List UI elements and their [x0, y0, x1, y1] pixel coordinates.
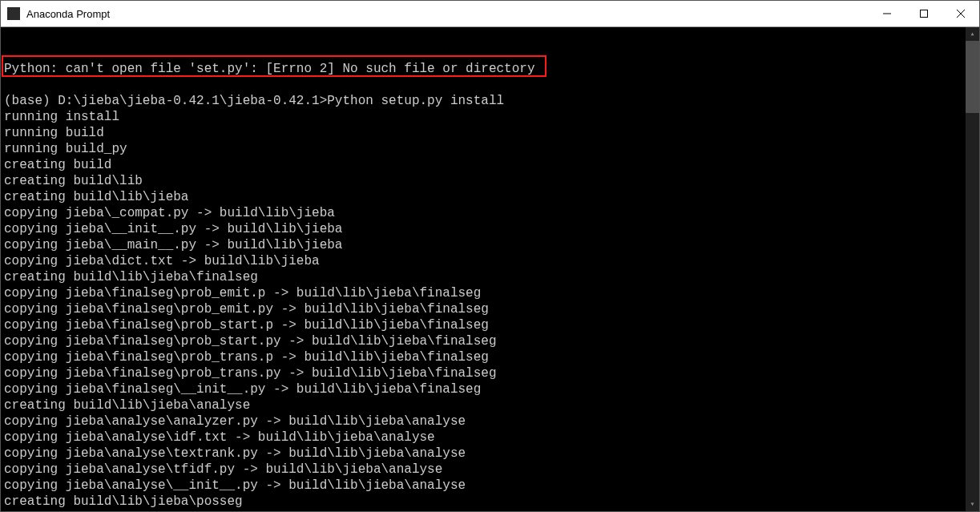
scroll-thumb[interactable]	[966, 41, 979, 113]
terminal-line: creating build\lib\jieba\finalseg	[4, 269, 976, 285]
terminal-line: (base) D:\jieba\jieba-0.42.1\jieba-0.42.…	[4, 93, 976, 109]
scroll-down-arrow[interactable]: ▾	[966, 498, 979, 511]
minimize-button[interactable]	[869, 1, 905, 26]
terminal-line: copying jieba\finalseg\prob_start.py -> …	[4, 333, 976, 349]
terminal-line: copying jieba\analyse\tfidf.py -> build\…	[4, 462, 976, 478]
app-icon	[7, 7, 20, 20]
maximize-button[interactable]	[905, 1, 942, 26]
scroll-up-arrow[interactable]: ▴	[966, 27, 979, 41]
terminal-line: copying jieba\__init__.py -> build\lib\j…	[4, 221, 976, 237]
terminal-line: copying jieba\_compat.py -> build\lib\ji…	[4, 205, 976, 221]
titlebar-left: Anaconda Prompt	[1, 7, 110, 20]
terminal-line: copying jieba\__main__.py -> build\lib\j…	[4, 237, 976, 253]
terminal-line: running build_py	[4, 141, 976, 157]
terminal-line: creating build	[4, 157, 976, 173]
terminal-line: Python: can't open file 'set.py': [Errno…	[4, 61, 976, 77]
terminal-line: copying jieba\dict.txt -> build\lib\jieb…	[4, 253, 976, 269]
window-controls	[869, 1, 979, 26]
terminal-line: copying jieba\finalseg\prob_trans.p -> b…	[4, 349, 976, 365]
terminal-line: copying jieba\posseg\char_state_tab.p ->…	[4, 510, 976, 511]
terminal-line: copying jieba\finalseg\prob_trans.py -> …	[4, 365, 976, 381]
terminal-line: running install	[4, 109, 976, 125]
terminal-line: running build	[4, 125, 976, 141]
close-button[interactable]	[942, 1, 979, 26]
terminal-line: copying jieba\finalseg\prob_emit.py -> b…	[4, 301, 976, 317]
terminal-line: creating build\lib\jieba\posseg	[4, 494, 976, 510]
window-title: Anaconda Prompt	[26, 8, 110, 20]
terminal-line: creating build\lib\jieba\analyse	[4, 397, 976, 413]
vertical-scrollbar[interactable]: ▴ ▾	[966, 27, 979, 511]
terminal-line: creating build\lib	[4, 173, 976, 189]
terminal-line: creating build\lib\jieba	[4, 189, 976, 205]
svg-rect-1	[921, 10, 928, 18]
terminal-line: copying jieba\finalseg\prob_emit.p -> bu…	[4, 285, 976, 301]
terminal-line: copying jieba\analyse\textrank.py -> bui…	[4, 445, 976, 462]
maximize-icon	[920, 10, 928, 18]
terminal-line: copying jieba\analyse\idf.txt -> build\l…	[4, 429, 976, 445]
minimize-icon	[883, 10, 891, 18]
terminal-area[interactable]: Python: can't open file 'set.py': [Errno…	[1, 27, 979, 511]
terminal-line: copying jieba\analyse\analyzer.py -> bui…	[4, 413, 976, 429]
terminal-line: copying jieba\finalseg\prob_start.p -> b…	[4, 317, 976, 333]
terminal-line: copying jieba\analyse\__init__.py -> bui…	[4, 478, 976, 494]
terminal-line: copying jieba\finalseg\__init__.py -> bu…	[4, 381, 976, 397]
terminal-line	[4, 77, 976, 93]
window-titlebar: Anaconda Prompt	[1, 1, 979, 27]
close-icon	[957, 10, 965, 18]
